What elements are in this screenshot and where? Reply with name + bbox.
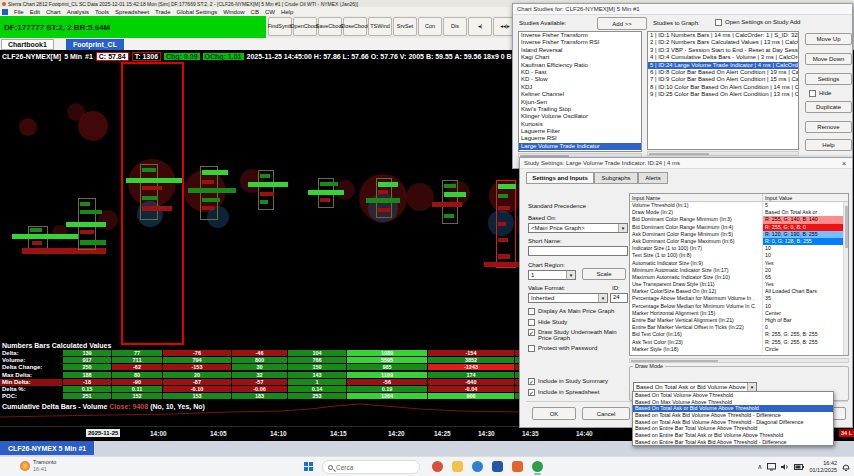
checkbox-row[interactable]: Display As Main Price Graph [528, 308, 628, 315]
list-item[interactable]: Laguerre Filter [519, 128, 641, 135]
input-row[interactable]: Use Transparent Draw Style (In:11)Yes [630, 281, 848, 288]
checkbox-row[interactable]: Hide Study [528, 319, 628, 326]
taskbar-app-icon[interactable] [532, 461, 543, 472]
input-row[interactable]: Minimum Automatic Indicator Size (In:17)… [630, 267, 848, 274]
list-item[interactable]: Kurtosis [519, 121, 641, 128]
settings-button[interactable]: Settings [805, 73, 852, 85]
remove-button[interactable]: Remove [805, 121, 852, 133]
taskbar-app-icon[interactable] [472, 461, 483, 472]
menu-trade[interactable]: Trade [152, 9, 173, 15]
list-item[interactable]: Kijun-Sen [519, 99, 641, 106]
studies-dialog-titlebar[interactable]: Chart Studies for: CLF26-NYMEX[M] 5 Min … [513, 4, 852, 15]
list-item[interactable]: 3 | ID:3 VBP - Session Start to End - Re… [648, 47, 798, 54]
list-item[interactable]: Klinger Volume Oscillator [519, 113, 641, 120]
based-on-combo[interactable]: <Main Price Graph> ▾ [528, 223, 628, 233]
list-item[interactable]: 5 | ID:24 Large Volume Trade Indicator |… [648, 62, 798, 69]
input-row[interactable]: Bid Text Color (In:16)R: 255, G: 255, B:… [630, 331, 848, 338]
draw-mode-dropdown-list[interactable]: Based On Total Volume Above ThresholdBas… [632, 391, 834, 446]
input-row[interactable]: Text Size (1 to 100) (In:8)10 [630, 252, 848, 259]
toolbar-button-save-cbook[interactable]: SaveCbook [318, 17, 342, 36]
taskbar-clock[interactable]: 16:42 01/12/2025 [809, 460, 837, 474]
tab-settings-and-inputs[interactable]: Settings and Inputs [526, 172, 594, 184]
duplicate-button[interactable]: Duplicate [805, 101, 852, 113]
menu-file[interactable]: File [11, 9, 27, 15]
input-row[interactable]: Marker Horizontal Alignment (In:15)Cente… [630, 310, 848, 317]
input-row[interactable]: Ask Dominant Color Range Minimum (In:5)R… [630, 231, 848, 238]
checkbox-row[interactable]: ✓Draw Study Underneath Main Price Graph [528, 329, 628, 341]
toolbar-button-srv-set[interactable]: SrvSet [393, 17, 417, 36]
toolbar-button-◂|[interactable]: ◂| [468, 17, 492, 36]
dropdown-option[interactable]: Based On Max Volume Above Threshold [633, 399, 833, 406]
toolbar-button-find-symb[interactable]: FindSymb [268, 17, 292, 36]
list-item[interactable]: Island Reversal [519, 47, 641, 54]
tab-alerts[interactable]: Alerts [638, 172, 668, 184]
studies-to-graph-list[interactable]: 1 | ID:1 Numbers Bars | 14 ms | CalcOrde… [647, 31, 799, 150]
short-name-input[interactable] [528, 246, 628, 256]
notifications-icon[interactable] [842, 463, 850, 472]
help-button[interactable]: Help [805, 139, 852, 151]
checkbox[interactable]: ✓ [528, 378, 535, 385]
dropdown-option[interactable]: Based on Entire Bar Total Ask Bid Above … [633, 439, 833, 446]
checkbox-row[interactable]: ✓Include in Spreadsheet [528, 389, 628, 396]
open-settings-checkbox-row[interactable]: Open Settings on Study Add [715, 19, 800, 26]
tab-footprint-cl[interactable]: Footprint_CL [66, 39, 124, 50]
list-item[interactable]: Laguerre RSI [519, 135, 641, 142]
input-row[interactable]: Draw Mode (In:2)Based On Total Ask or . [630, 209, 848, 216]
toolbar-button-dis[interactable]: Dis [443, 17, 467, 36]
monitor-icon[interactable] [767, 463, 776, 471]
settings-dialog-titlebar[interactable]: Study Settings: Large Volume Trade Indic… [520, 158, 852, 169]
dropdown-option[interactable]: Based on Entire Bar Total Ask or Bid Vol… [633, 432, 833, 439]
menu-cw[interactable]: CW [262, 9, 278, 15]
toolbar-button-con[interactable]: Con [418, 17, 442, 36]
list-item[interactable]: Inverse Fisher Transform RSI [519, 39, 641, 46]
input-row[interactable]: Percentage Above Median for Maximum Volu… [630, 295, 848, 302]
input-row[interactable]: Entire Bar Marker Vertical Offset in Tic… [630, 324, 848, 331]
inputs-table-scrollbar[interactable] [843, 202, 848, 355]
input-row[interactable]: Indicator Size (1 to 100) (In:7)10 [630, 245, 848, 252]
chevron-up-icon[interactable]: ∧ [757, 463, 762, 471]
list-item[interactable]: Keltner Channel [519, 91, 641, 98]
dropdown-option[interactable]: Based on Total Ask Bid Volume Above Thre… [633, 419, 833, 426]
tab-chartbook1[interactable]: Chartbook1 [1, 39, 54, 50]
add-study-button[interactable]: Add >> [597, 17, 647, 30]
input-row[interactable]: Volume Threshold (In:1)5 [630, 202, 848, 209]
start-button[interactable] [304, 462, 314, 472]
graph-list-hscrollbar[interactable] [647, 151, 799, 156]
chart-window-tab[interactable]: CLF26-NYMEX 5 Min #1 [0, 441, 94, 455]
list-item[interactable]: 8 | ID:10 Color Bar Based On Alert Condi… [648, 84, 798, 91]
list-item[interactable]: KD - Fast [519, 69, 641, 76]
id-input[interactable]: 24 [610, 293, 628, 303]
list-item[interactable]: KDJ [519, 84, 641, 91]
chevron-down-icon[interactable]: ▾ [598, 294, 607, 302]
list-item[interactable]: Inverse Fisher Transform [519, 32, 641, 39]
list-item[interactable]: 6 | ID:8 Color Bar Based On Alert Condit… [648, 69, 798, 76]
list-item[interactable]: 7 | ID:9 Color Bar Based On Alert Condit… [648, 76, 798, 83]
studies-available-list[interactable]: Inverse Fisher TransformInverse Fisher T… [518, 31, 642, 152]
taskbar-search[interactable]: Cerca [322, 460, 420, 474]
checkbox[interactable] [528, 319, 535, 326]
menu-spreadsheet[interactable]: Spreadsheet [112, 9, 152, 15]
checkbox[interactable] [528, 345, 535, 352]
checkbox[interactable]: ✓ [528, 329, 535, 336]
list-item[interactable]: Kiwi's Trailing Stop [519, 106, 641, 113]
dropdown-option[interactable]: Based on Total Ask Bid Volume Above Thre… [633, 412, 833, 419]
menu-tools[interactable]: Tools [92, 9, 112, 15]
dropdown-option[interactable]: Based On Total Volume Above Threshold [633, 392, 833, 399]
list-item[interactable]: 9 | ID:25 Color Bar Based On Alert Condi… [648, 91, 798, 98]
input-row[interactable]: Bid Dominant Color Range Minimum (In:3)R… [630, 216, 848, 223]
tab-subgraphs[interactable]: Subgraphs [594, 172, 638, 184]
input-row[interactable]: Percentage Below Median for Minimum Volu… [630, 303, 848, 310]
input-row[interactable]: Ask Text Color (In:23)R: 255, G: 255, B:… [630, 339, 848, 346]
toolbar-button-close-cbook[interactable]: CloseCbook [343, 17, 367, 36]
checkbox-row[interactable]: Protect with Password [528, 345, 628, 352]
chevron-down-icon[interactable]: ▾ [566, 271, 575, 279]
menu-chart[interactable]: Chart [43, 9, 64, 15]
toolbar-button-ts-wind[interactable]: TSWind [368, 17, 392, 36]
inputs-table[interactable]: Input Name Input Value Volume Threshold … [629, 193, 849, 356]
scale-button[interactable]: Scale [582, 268, 626, 280]
chevron-down-icon[interactable]: ▾ [747, 383, 756, 391]
chart-region-combo[interactable]: 1 ▾ [528, 270, 576, 280]
list-item[interactable]: Large Volume Trade Indicator [519, 143, 641, 150]
open-settings-checkbox[interactable] [715, 19, 722, 26]
ok-button[interactable]: OK [532, 407, 576, 420]
